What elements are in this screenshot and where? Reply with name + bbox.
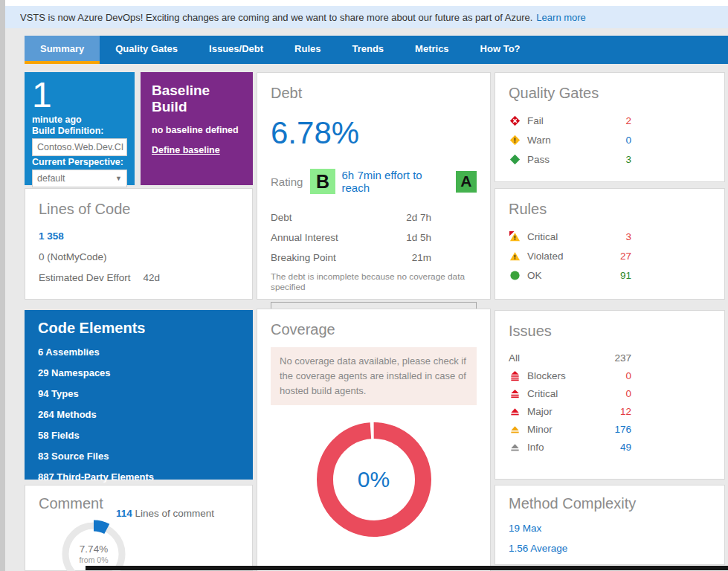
issues-row-minor: Minor 176 <box>509 420 711 438</box>
effort-to-reach-link[interactable]: 6h 7min effort to reach <box>342 169 451 194</box>
debt-row: Debt 2d 7h <box>271 207 477 228</box>
quality-gate-row-warn: Warn 0 <box>509 130 711 149</box>
debt-row-label: Annual Interest <box>271 232 396 243</box>
define-baseline-link[interactable]: Define baseline <box>152 145 220 155</box>
row-label: Critical <box>527 231 608 242</box>
loc-total-link[interactable]: 1 358 <box>39 230 239 242</box>
debt-row-value: 1d 5h <box>396 232 431 243</box>
violated-rule-icon <box>509 250 521 262</box>
perspective-label: Current Perspective: <box>32 157 127 167</box>
tab-rules[interactable]: Rules <box>279 36 336 64</box>
ndepend-dashboard: VSTS is now Azure DevOps! Exciting chang… <box>0 0 728 571</box>
banner-text: VSTS is now Azure DevOps! Exciting chang… <box>20 12 532 23</box>
coverage-percent-value: 0% <box>315 420 434 539</box>
coverage-donut-chart: 0% <box>315 420 434 539</box>
coverage-alert-message: No coverage data available, please check… <box>271 347 477 405</box>
lines-of-code-card: Lines of Code 1 358 0 (NotMyCode) Estima… <box>25 188 253 300</box>
build-definition-select[interactable]: Contoso.Web.Dev.CI ▼ <box>32 138 127 156</box>
issues-card: Issues All 237 Blockers 0 Critical 0 <box>495 310 725 480</box>
tab-quality-gates[interactable]: Quality Gates <box>100 36 193 64</box>
debt-card: Debt 6.78% Rating B 6h 7min effort to re… <box>257 72 491 300</box>
tab-metrics[interactable]: Metrics <box>399 36 465 64</box>
comment-percent-value: 7.74% <box>80 543 108 555</box>
comment-from-value: from 0% <box>79 555 108 564</box>
quality-gates-title: Quality Gates <box>509 85 711 102</box>
debt-row-label: Breaking Point <box>271 252 396 263</box>
code-elements-source-files-link[interactable]: 83 Source Files <box>38 451 239 462</box>
row-value[interactable]: 49 <box>608 442 631 453</box>
comment-lines-count-link[interactable]: 114 <box>116 508 132 519</box>
rules-title: Rules <box>509 201 711 218</box>
row-label: Blockers <box>527 370 608 381</box>
build-info-card: 1 minute ago Build Definition: Contoso.W… <box>25 72 135 185</box>
debt-percent-value: 6.78% <box>271 115 477 151</box>
issues-row-blockers: Blockers 0 <box>509 367 711 384</box>
loc-effort-label: Estimated Dev Effort <box>39 272 131 283</box>
row-label: Violated <box>527 251 608 262</box>
coverage-card: Coverage No coverage data available, ple… <box>257 309 491 571</box>
row-label: Minor <box>527 424 608 435</box>
perspective-value: default <box>37 173 65 184</box>
row-value[interactable]: 0 <box>608 135 631 146</box>
row-label: Major <box>527 406 608 417</box>
rules-card: Rules Critical 3 Violated 27 OK <box>495 188 725 300</box>
warn-diamond-icon <box>509 134 521 146</box>
perspective-select[interactable]: default ▼ <box>32 170 127 187</box>
code-elements-third-party-link[interactable]: 887 Third-Party Elements <box>38 471 239 483</box>
loc-notmycode: 0 (NotMyCode) <box>39 251 239 262</box>
tab-trends[interactable]: Trends <box>336 36 399 64</box>
debt-metrics-table: Debt 2d 7h Annual Interest 1d 5h Breakin… <box>271 207 477 268</box>
row-value[interactable]: 0 <box>608 370 631 381</box>
debt-row-label: Debt <box>271 212 396 223</box>
code-elements-fields-link[interactable]: 58 Fields <box>38 430 239 441</box>
row-value[interactable]: 2 <box>608 115 631 126</box>
row-value[interactable]: 3 <box>608 154 631 165</box>
issues-rows: All 237 Blockers 0 Critical 0 <box>509 349 711 456</box>
method-complexity-card: Method Complexity 19 Max 1.56 Average <box>495 485 725 565</box>
tab-issues-debt[interactable]: Issues/Debt <box>193 36 279 64</box>
info-issue-icon <box>509 441 521 453</box>
tab-summary[interactable]: Summary <box>25 36 100 64</box>
learn-more-link[interactable]: Learn more <box>536 12 585 23</box>
row-value[interactable]: 3 <box>608 231 631 242</box>
chevron-down-icon: ▼ <box>115 175 122 182</box>
top-edge-strip <box>5 0 728 6</box>
rules-row-critical: Critical 3 <box>509 227 711 246</box>
code-elements-types-link[interactable]: 94 Types <box>38 388 239 399</box>
quality-gate-row-fail: Fail 2 <box>509 111 711 130</box>
left-edge-strip <box>0 0 5 571</box>
issues-row-all: All 237 <box>509 349 711 367</box>
code-elements-assemblies-link[interactable]: 6 Assemblies <box>38 346 239 358</box>
comment-donut-center: 7.74% from 0% <box>58 518 129 571</box>
row-value[interactable]: 12 <box>608 406 631 417</box>
comment-lines-row: 114 Lines of comment <box>116 508 214 519</box>
chevron-down-icon: ▼ <box>126 143 127 151</box>
row-label: Info <box>527 442 608 453</box>
row-label: Fail <box>527 115 608 126</box>
complexity-max-link[interactable]: 19 Max <box>509 523 711 534</box>
code-elements-methods-link[interactable]: 264 Methods <box>38 409 239 420</box>
code-elements-namespaces-link[interactable]: 29 Namespaces <box>38 367 239 378</box>
critical-issue-icon <box>509 387 521 399</box>
row-value[interactable]: 176 <box>608 424 631 435</box>
debt-row-value: 21m <box>396 252 431 263</box>
blocker-issue-icon <box>509 370 521 381</box>
row-value[interactable]: 27 <box>608 251 631 262</box>
rules-rows: Critical 3 Violated 27 OK 91 <box>509 227 711 285</box>
row-label: OK <box>527 270 608 281</box>
tab-how-to[interactable]: How To? <box>465 36 536 64</box>
method-complexity-title: Method Complexity <box>509 495 711 512</box>
complexity-average-link[interactable]: 1.56 Average <box>509 543 711 554</box>
major-issue-icon <box>509 405 521 417</box>
pass-diamond-icon <box>509 153 521 165</box>
debt-rating-row: Rating B 6h 7min effort to reach A <box>271 169 477 194</box>
minor-issue-icon <box>509 423 521 435</box>
lines-of-code-title: Lines of Code <box>39 201 239 218</box>
comment-lines-label: Lines of comment <box>135 508 215 519</box>
build-definition-label: Build Definition: <box>32 126 127 136</box>
quality-gates-card: Quality Gates Fail 2 Warn 0 Pass <box>495 72 725 182</box>
row-value[interactable]: 0 <box>608 388 631 399</box>
debt-row: Annual Interest 1d 5h <box>271 228 477 248</box>
critical-rule-icon <box>509 230 521 242</box>
row-value[interactable]: 91 <box>608 270 631 281</box>
